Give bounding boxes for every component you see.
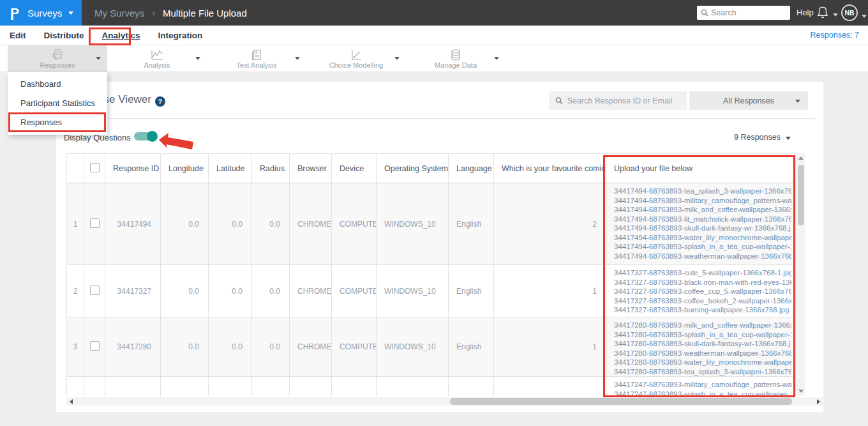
cell-device: [332, 377, 377, 397]
file-link[interactable]: 34417280-68763893-skull-dark-fantasy-wr-…: [614, 339, 791, 349]
tab-analytics[interactable]: Analytics: [102, 31, 140, 40]
file-link[interactable]: 34417494-68763893-skull-dark-fantasy-wr-…: [614, 224, 791, 233]
responses-dropdown-menu: Dashboard Participant Statistics Respons…: [8, 72, 107, 135]
file-link[interactable]: 34417494-68763893-milk_and_coffee-wallpa…: [614, 205, 791, 215]
responses-counter: Responses: 7: [811, 26, 859, 45]
cell-response-id: [105, 377, 161, 397]
cell-latitude: [209, 377, 252, 397]
horizontal-scrollbar-thumb[interactable]: [450, 398, 792, 405]
toolbar-item-choice-modelling[interactable]: Choice Modelling: [306, 45, 406, 72]
scroll-down-arrow-icon[interactable]: [798, 390, 804, 393]
cell-comics: 2: [494, 183, 606, 265]
cell-upload-files: 34417247-68763893-military_camouflage_pa…: [606, 377, 796, 397]
response-search[interactable]: [549, 91, 687, 110]
row-checkbox[interactable]: [90, 285, 100, 295]
header-select-all: [84, 154, 105, 183]
help-badge-icon[interactable]: ?: [155, 96, 165, 107]
row-checkbox[interactable]: [90, 341, 100, 351]
chevron-down-icon[interactable]: [96, 57, 101, 60]
responses-icon: [51, 49, 64, 61]
file-link[interactable]: 34417494-68763893-military_camouflage_pa…: [614, 196, 791, 206]
surveys-menu-button[interactable]: P Surveys: [0, 0, 82, 26]
file-link[interactable]: 34417247-68763893-splash_in_a_tea_cup-wa…: [614, 390, 791, 397]
cell-language: [449, 377, 494, 397]
header-comics-question: Which is your favourite comics?: [494, 154, 606, 183]
notifications-button[interactable]: [817, 6, 838, 19]
menu-item-responses[interactable]: Responses: [8, 113, 107, 132]
response-search-input[interactable]: [567, 96, 680, 105]
global-search-input[interactable]: [711, 8, 786, 17]
file-link[interactable]: 34417280-68763893-milk_and_coffee-wallpa…: [614, 321, 791, 330]
row-index: [67, 377, 84, 397]
chevron-down-icon[interactable]: [195, 57, 200, 60]
help-link[interactable]: Help: [797, 0, 814, 26]
file-link[interactable]: 34417327-68763893-burning-wallpaper-1366…: [614, 305, 791, 315]
header-latitude: Latitude: [209, 154, 252, 183]
chevron-down-icon: [795, 100, 800, 103]
search-icon: [555, 96, 563, 105]
cell-comics: 1: [494, 265, 606, 317]
menu-item-dashboard[interactable]: Dashboard: [8, 75, 107, 94]
chevron-down-icon[interactable]: [494, 57, 499, 60]
file-link[interactable]: 34417247-68763893-military_camouflage_pa…: [614, 380, 791, 390]
account-menu-button[interactable]: NB: [841, 4, 867, 21]
file-link[interactable]: 34417280-68763893-tea_splash_3-wallpaper…: [614, 367, 791, 377]
cell-latitude: 0.0: [209, 183, 252, 265]
scroll-right-arrow-icon[interactable]: [817, 399, 820, 404]
responses-count-dropdown[interactable]: 9 Responses: [734, 133, 791, 142]
header-response-id[interactable]: Response ID: [105, 154, 161, 183]
chevron-down-icon[interactable]: [394, 57, 400, 60]
file-link[interactable]: 34417494-68763893-tea_splash_3-wallpaper…: [614, 186, 791, 196]
header-language: Language: [449, 154, 494, 183]
scroll-left-arrow-icon[interactable]: [70, 399, 73, 404]
toolbar-item-label: Text Analysis: [236, 61, 277, 69]
toolbar-item-manage-data[interactable]: Manage Data: [406, 45, 505, 72]
row-select-cell: [84, 317, 105, 377]
cell-response-id: 34417494: [105, 183, 161, 265]
cell-radius: [252, 377, 290, 397]
display-questions-toggle[interactable]: [134, 131, 158, 142]
file-link[interactable]: 34417280-68763893-splash_in_a_tea_cup-wa…: [614, 330, 791, 340]
cell-longitude: [161, 377, 209, 397]
response-filter-dropdown[interactable]: All Responses: [689, 91, 808, 110]
file-link[interactable]: 34417494-68763893-water_lily_monochrome-…: [614, 233, 791, 243]
toolbar-item-text-analysis[interactable]: Text Analysis: [207, 45, 306, 72]
toolbar-item-label: Choice Modelling: [329, 61, 383, 69]
row-select-cell: [84, 377, 105, 397]
header-longitude: Longitude: [161, 154, 209, 183]
file-link[interactable]: 34417327-68763893-coffee_bokeh_2-wallpap…: [614, 296, 791, 306]
chevron-down-icon: [68, 11, 73, 15]
tab-distribute[interactable]: Distribute: [44, 31, 84, 40]
chevron-down-icon[interactable]: [295, 57, 300, 60]
file-link[interactable]: 34417327-68763893-black-iron-man-with-re…: [614, 278, 791, 287]
toolbar-item-analysis[interactable]: Analysis: [107, 45, 207, 72]
cell-browser: CHROME: [290, 317, 332, 377]
file-link[interactable]: 34417280-68763893-water_lily_monochrome-…: [614, 358, 791, 367]
tab-integration[interactable]: Integration: [158, 31, 203, 40]
header-radius: Radius: [252, 154, 290, 183]
toolbar-item-label: Manage Data: [435, 61, 477, 69]
response-filter-label: All Responses: [723, 96, 774, 105]
row-checkbox[interactable]: [90, 218, 100, 228]
tab-edit[interactable]: Edit: [10, 31, 26, 40]
file-link[interactable]: 34417327-68763893-coffee_cup_5-wallpaper…: [614, 287, 791, 296]
file-link[interactable]: 34417280-68763893-weatherman-wallpaper-1…: [614, 349, 791, 358]
file-link[interactable]: 34417494-68763893-weatherman-wallpaper-1…: [614, 252, 791, 261]
select-all-checkbox[interactable]: [90, 163, 100, 172]
scroll-up-arrow-icon[interactable]: [798, 156, 804, 160]
menu-item-participant-statistics[interactable]: Participant Statistics: [8, 94, 107, 113]
responses-count-label: 9 Responses: [734, 133, 781, 142]
file-link[interactable]: 34417327-68763893-cute_5-wallpaper-1366x…: [614, 268, 791, 278]
manage-data-icon: [450, 49, 461, 61]
file-link[interactable]: 34417494-68763893-lit_matchstick-wallpap…: [614, 215, 791, 224]
global-search[interactable]: [697, 6, 790, 20]
breadcrumb-my-surveys[interactable]: My Surveys: [94, 8, 144, 19]
toolbar-item-responses[interactable]: Responses: [8, 45, 107, 72]
vertical-scrollbar-thumb[interactable]: [798, 165, 804, 225]
header-upload-question: Upload your file below: [606, 154, 796, 183]
file-link[interactable]: 34417494-68763893-splash_in_a_tea_cup-wa…: [614, 242, 791, 252]
row-index: 2: [67, 265, 84, 317]
cell-upload-files: 34417327-68763893-cute_5-wallpaper-1366x…: [606, 265, 796, 317]
cell-language: English: [449, 265, 494, 317]
cell-upload-files: 34417280-68763893-milk_and_coffee-wallpa…: [606, 317, 796, 377]
